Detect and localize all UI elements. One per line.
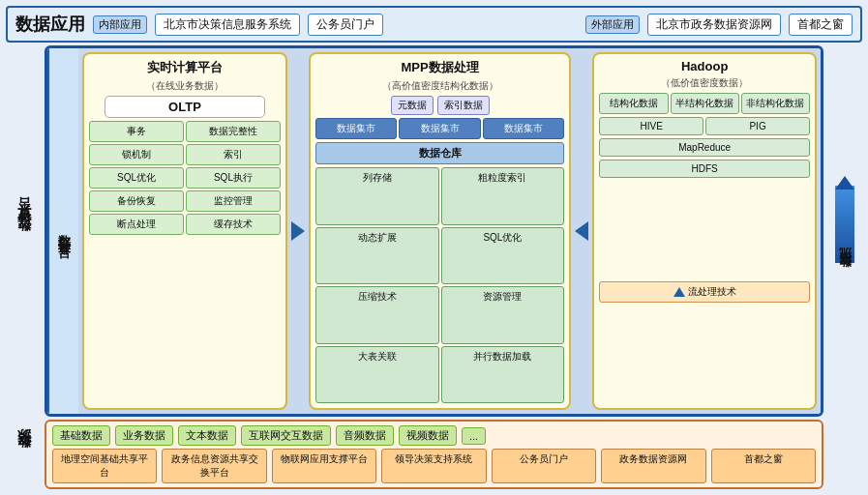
ds-chip-0: 基础数据 [52, 425, 110, 446]
platform-hadoop: Hadoop （低价值密度数据） 结构化数据 半结构化数据 非结构化数据 HIV… [592, 52, 817, 410]
datasource-box: 基础数据 业务数据 文本数据 互联网交互数据 音频数据 视频数据 ... 地理空… [45, 420, 823, 489]
outer-frame: 数据计算平台 实时计算平台 （在线业务数据） OLTP 事务 数据完整性 锁机制… [45, 45, 823, 417]
ds-chips-row: 基础数据 业务数据 文本数据 互联网交互数据 音频数据 视频数据 ... [52, 425, 816, 446]
stream-label: 流处理技术 [688, 285, 736, 299]
plat1-subtitle: （在线业务数据） [89, 79, 281, 93]
hadoop-struct: 结构化数据 半结构化数据 非结构化数据 [599, 93, 810, 114]
left-labels: 数据计算平台 [6, 45, 41, 417]
cluster-1: 数据集市 [399, 118, 480, 139]
plat2-cell-2: 动态扩展 [315, 227, 439, 285]
cluster-row: 数据集市 数据集市 数据集市 [315, 118, 564, 139]
hadoop-struct-2: 非结构化数据 [741, 93, 810, 114]
flow-label: 数据流 [836, 269, 853, 277]
arrow-hadoop [575, 52, 588, 410]
hive-cell: HIVE [599, 117, 703, 135]
outer-item1: 北京市政务数据资源网 [647, 14, 781, 36]
plat1-cell-1: 数据完整性 [186, 121, 281, 142]
full-layout: 数据应用 内部应用 北京市决策信息服务系统 公务员门户 外部应用 北京市政务数据… [0, 0, 868, 495]
plat1-cell-2: 锁机制 [89, 144, 184, 165]
outer-label: 外部应用 [585, 15, 640, 34]
data-flow-indicator: 数据流 [835, 186, 854, 277]
plat1-cell-9: 缓存技术 [186, 214, 281, 235]
plat1-cell-5: SQL执行 [186, 167, 281, 189]
ds-chip-6: ... [462, 427, 486, 445]
plat1-cell-4: SQL优化 [89, 167, 184, 189]
datasrc-vert-label: 数据源 [15, 451, 32, 459]
compute-label-text: 数据计算平台 [55, 225, 73, 237]
hadoop-tools: HIVE PIG [599, 117, 810, 135]
cluster-0: 数据集市 [315, 118, 397, 139]
up-arrow-stream-icon [673, 287, 685, 297]
plat2-cell-3: SQL优化 [441, 227, 565, 285]
ds-chip-1: 业务数据 [115, 425, 173, 446]
plat2-title: MPP数据处理 [315, 59, 564, 76]
plat1-cell-6: 备份恢复 [89, 190, 184, 212]
meta2: 索引数据 [437, 96, 490, 115]
plat1-cell-7: 监控管理 [186, 190, 281, 212]
hadoop-struct-0: 结构化数据 [599, 93, 668, 114]
platform-mpp: MPP数据处理 （高价值密度结构化数据） 元数据 索引数据 数据集市 数据集市 … [309, 52, 571, 410]
plat2-cell-7: 并行数据加载 [441, 346, 565, 404]
plat2-grid: 列存储 粗粒度索引 动态扩展 SQL优化 压缩技术 资源管理 大表关联 并行数据… [315, 167, 564, 403]
plat2-cell-5: 资源管理 [441, 286, 565, 344]
flow-arrow-icon [835, 176, 854, 189]
inner-label: 内部应用 [93, 15, 147, 34]
mapreduce-cell: MapReduce [599, 138, 810, 157]
platform-realtime: 实时计算平台 （在线业务数据） OLTP 事务 数据完整性 锁机制 索引 SQL… [82, 52, 287, 410]
plat3-title: Hadoop [599, 59, 810, 73]
portal-tag: 公务员门户 [308, 14, 383, 36]
ds-src-2: 物联网应用支撑平台 [272, 449, 376, 483]
plat1-cell-0: 事务 [89, 121, 184, 142]
ds-chip-5: 视频数据 [399, 425, 457, 446]
datasrc-left-label: 数据源 [6, 420, 41, 489]
top-bar: 数据应用 内部应用 北京市决策信息服务系统 公务员门户 外部应用 北京市政务数据… [6, 6, 862, 43]
plat2-cell-0: 列存储 [315, 167, 439, 225]
stream-container: 流处理技术 [599, 181, 810, 403]
ds-src-6: 首都之窗 [711, 449, 816, 483]
ds-chip-3: 互联网交互数据 [241, 425, 331, 446]
ds-sources-row: 地理空间基础共享平台 政务信息资源共享交换平台 物联网应用支撑平台 领导决策支持… [52, 449, 816, 483]
plat1-cell-8: 断点处理 [89, 214, 184, 235]
ds-src-5: 政务数据资源网 [601, 449, 705, 483]
plat2-cell-6: 大表关联 [315, 346, 439, 404]
plat2-cell-1: 粗粒度索引 [441, 167, 565, 225]
flow-bar [835, 186, 854, 263]
ds-src-3: 领导决策支持系统 [381, 449, 486, 483]
ds-src-0: 地理空间基础共享平台 [52, 449, 157, 483]
compute-inner-label: 数据计算平台 [47, 48, 78, 414]
plat1-title: 实时计算平台 [89, 59, 281, 76]
plat1-cell-3: 索引 [186, 144, 281, 165]
dw-box: 数据仓库 [315, 142, 564, 164]
bottom-section: 数据源 基础数据 业务数据 文本数据 互联网交互数据 音频数据 视频数据 ...… [6, 420, 862, 489]
stream-cell: 流处理技术 [599, 281, 810, 303]
oltp-box: OLTP [105, 96, 265, 118]
ds-src-4: 公务员门户 [492, 449, 596, 483]
plat3-subtitle: （低价值密度数据） [599, 76, 810, 90]
plat2-subtitle: （高价值密度结构化数据） [315, 79, 564, 93]
top-title: 数据应用 [15, 13, 85, 36]
right-labels: 数据流 [827, 45, 862, 417]
compute-label: 数据计算平台 [15, 219, 32, 243]
hadoop-struct-1: 半结构化数据 [671, 93, 739, 114]
plat1-grid: 事务 数据完整性 锁机制 索引 SQL优化 SQL执行 备份恢复 监控管理 断点… [89, 121, 281, 235]
pig-cell: PIG [705, 117, 810, 135]
inner-item1: 北京市决策信息服务系统 [155, 14, 300, 36]
ds-src-1: 政务信息资源共享交换平台 [162, 449, 266, 483]
ds-chip-2: 文本数据 [178, 425, 236, 446]
hdfs-cell: HDFS [599, 160, 810, 178]
ds-chip-4: 音频数据 [336, 425, 394, 446]
cluster-2: 数据集市 [483, 118, 564, 139]
meta1: 元数据 [391, 96, 434, 115]
plat2-cell-4: 压缩技术 [315, 286, 439, 344]
middle-section: 数据计算平台 数据计算平台 实时计算平台 （在线业务数据） OLTP [6, 45, 862, 417]
right-arrow-icon [291, 221, 305, 241]
arrow-mpp [291, 52, 305, 410]
left-arrow-icon [575, 221, 588, 241]
outer-item2: 首都之窗 [789, 14, 853, 36]
meta-row: 元数据 索引数据 [315, 96, 564, 115]
platforms-area: 实时计算平台 （在线业务数据） OLTP 事务 数据完整性 锁机制 索引 SQL… [78, 48, 821, 414]
right-spacer [827, 420, 862, 489]
